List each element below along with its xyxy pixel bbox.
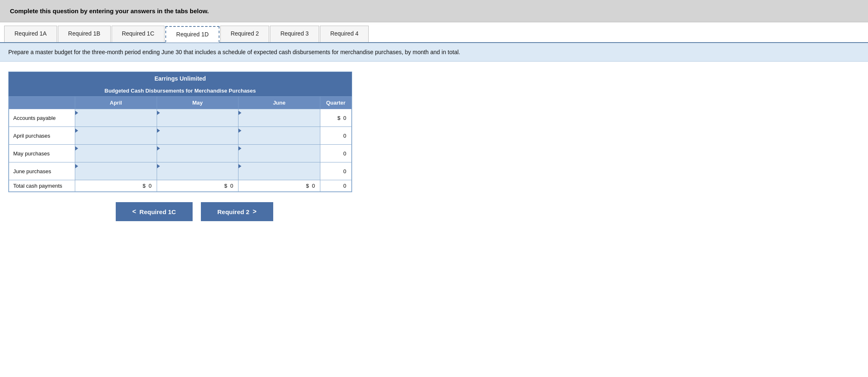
row-label-june-purchases: June purchases bbox=[9, 162, 75, 180]
table-subtitle: Budgeted Cash Disbursements for Merchand… bbox=[9, 85, 352, 96]
input-may-purchases-may[interactable] bbox=[157, 145, 238, 162]
input-appur-may[interactable] bbox=[157, 133, 238, 144]
value-april-purchases-quarter: 0 bbox=[320, 127, 351, 145]
input-april-purchases-april[interactable] bbox=[75, 127, 157, 145]
input-maypur-june[interactable] bbox=[238, 151, 320, 162]
row-label-april-purchases: April purchases bbox=[9, 127, 75, 145]
input-april-purchases-may[interactable] bbox=[157, 127, 238, 145]
table-company: Earrings Unlimited bbox=[9, 72, 352, 85]
chevron-left-icon bbox=[132, 208, 136, 215]
value-total-quarter: 0 bbox=[320, 180, 351, 192]
input-accounts-payable-april[interactable] bbox=[75, 109, 157, 127]
col-header-april: April bbox=[75, 97, 157, 109]
table-row: Accounts payable $ 0 bbox=[9, 109, 352, 127]
arrow-icon bbox=[75, 146, 78, 150]
input-appur-june[interactable] bbox=[238, 133, 320, 144]
input-junpur-june[interactable] bbox=[238, 169, 320, 180]
tab-req1b[interactable]: Required 1B bbox=[58, 26, 111, 42]
arrow-icon bbox=[157, 164, 160, 168]
input-may-purchases-june[interactable] bbox=[238, 145, 320, 162]
row-label-accounts-payable: Accounts payable bbox=[9, 109, 75, 127]
nav-buttons: Required 1C Required 2 bbox=[8, 202, 860, 221]
tab-req3[interactable]: Required 3 bbox=[270, 26, 319, 42]
row-label-may-purchases: May purchases bbox=[9, 145, 75, 162]
tab-req1a[interactable]: Required 1A bbox=[4, 26, 57, 42]
value-june-purchases-quarter: 0 bbox=[320, 162, 351, 180]
arrow-icon bbox=[157, 146, 160, 150]
input-appur-april[interactable] bbox=[75, 133, 157, 144]
value-accounts-payable-quarter: $ 0 bbox=[320, 109, 351, 127]
arrow-icon bbox=[238, 111, 241, 115]
tabs-row: Required 1A Required 1B Required 1C Requ… bbox=[0, 26, 868, 43]
content-area: Earrings Unlimited Budgeted Cash Disburs… bbox=[0, 62, 868, 231]
arrow-icon bbox=[238, 129, 241, 133]
row-label-total: Total cash payments bbox=[9, 180, 75, 192]
back-button-label: Required 1C bbox=[139, 208, 176, 215]
tab-req1c[interactable]: Required 1C bbox=[112, 26, 165, 42]
table-row: April purchases 0 bbox=[9, 127, 352, 145]
budget-table-wrapper: Earrings Unlimited Budgeted Cash Disburs… bbox=[8, 72, 352, 192]
tab-req2[interactable]: Required 2 bbox=[220, 26, 269, 42]
input-accounts-payable-june[interactable] bbox=[238, 109, 320, 127]
input-ap-june[interactable] bbox=[238, 115, 320, 126]
input-accounts-payable-may[interactable] bbox=[157, 109, 238, 127]
input-ap-april[interactable] bbox=[75, 115, 157, 126]
arrow-icon bbox=[238, 164, 241, 168]
value-total-may: $ 0 bbox=[157, 180, 238, 192]
next-button-label: Required 2 bbox=[217, 208, 250, 215]
header-instruction: Complete this question by entering your … bbox=[0, 0, 868, 22]
arrow-icon bbox=[157, 111, 160, 115]
next-button[interactable]: Required 2 bbox=[201, 202, 273, 221]
input-june-purchases-april[interactable] bbox=[75, 162, 157, 180]
input-june-purchases-may[interactable] bbox=[157, 162, 238, 180]
arrow-icon bbox=[75, 129, 78, 133]
table-row: June purchases 0 bbox=[9, 162, 352, 180]
input-junpur-may[interactable] bbox=[157, 169, 238, 180]
arrow-icon bbox=[75, 111, 78, 115]
input-maypur-may[interactable] bbox=[157, 151, 238, 162]
value-total-june: $ 0 bbox=[238, 180, 320, 192]
chevron-right-icon bbox=[253, 208, 256, 215]
arrow-icon bbox=[238, 146, 241, 150]
arrow-icon bbox=[157, 129, 160, 133]
table-row: May purchases 0 bbox=[9, 145, 352, 162]
table-row-total: Total cash payments $ 0 $ 0 $ 0 0 bbox=[9, 180, 352, 192]
arrow-icon bbox=[75, 164, 78, 168]
col-header-quarter: Quarter bbox=[320, 97, 351, 109]
budget-table: April May June Quarter Accounts payable bbox=[9, 96, 352, 192]
value-may-purchases-quarter: 0 bbox=[320, 145, 351, 162]
input-april-purchases-june[interactable] bbox=[238, 127, 320, 145]
tab-req1d[interactable]: Required 1D bbox=[165, 26, 219, 43]
col-header-june: June bbox=[238, 97, 320, 109]
tab-req4[interactable]: Required 4 bbox=[320, 26, 369, 42]
input-june-purchases-june[interactable] bbox=[238, 162, 320, 180]
col-header-empty bbox=[9, 97, 75, 109]
input-junpur-april[interactable] bbox=[75, 169, 157, 180]
back-button[interactable]: Required 1C bbox=[116, 202, 193, 221]
value-total-april: $ 0 bbox=[75, 180, 157, 192]
input-may-purchases-april[interactable] bbox=[75, 145, 157, 162]
instruction-body: Prepare a master budget for the three-mo… bbox=[0, 43, 868, 62]
input-ap-may[interactable] bbox=[157, 115, 238, 126]
input-maypur-april[interactable] bbox=[75, 151, 157, 162]
col-header-may: May bbox=[157, 97, 238, 109]
